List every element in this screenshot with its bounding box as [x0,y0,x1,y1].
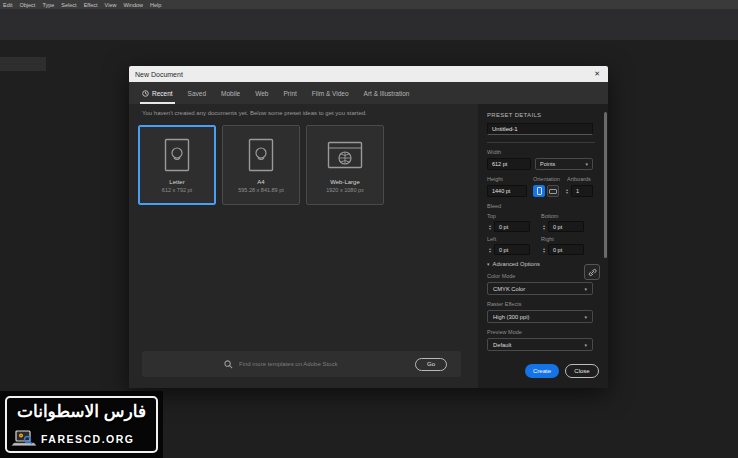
artboards-stepper[interactable]: ▴ ▾ [564,188,570,194]
raster-effects-label: Raster Effects [487,301,598,307]
orientation-label: Orientation [533,176,567,182]
menu-item-effect[interactable]: Effect [84,2,98,8]
bleed-right-input[interactable]: 0 pt [548,244,584,255]
tab-mobile[interactable]: Mobile [221,82,240,104]
step-down-icon: ▾ [564,191,570,194]
tab-print[interactable]: Print [283,82,296,104]
document-name-input[interactable]: Untitled-1 [487,123,593,135]
tab-mobile-label: Mobile [221,90,240,97]
tab-art-illustration-label: Art & Illustration [364,90,410,97]
bleed-bottom-label: Bottom [541,213,587,219]
watermark-frame: فارس الاسطوانات FARESCD.ORG [5,396,158,453]
preset-details-heading: PRESET DETAILS [487,112,598,118]
orientation-portrait-button[interactable] [533,185,545,197]
units-value: Points [540,161,555,167]
document-preset-icon [164,137,190,173]
watermark-site-text: FARESCD.ORG [41,433,135,445]
dialog-titlebar[interactable]: New Document ✕ [129,66,608,82]
preset-name: A4 [257,179,264,185]
chevron-down-icon: ▾ [584,314,587,320]
preset-dimensions: 612 x 792 pt [162,187,192,193]
menu-item-view[interactable]: View [105,2,117,8]
watermark-arabic-text: فارس الاسطوانات [7,398,156,427]
step-down-icon: ▾ [487,227,493,230]
bleed-top-label: Top [487,213,533,219]
details-scrollbar[interactable] [604,112,607,258]
empty-state-text: You haven't created any documents yet. B… [142,110,367,116]
preset-name: Letter [169,179,184,185]
laptop-search-icon [11,430,37,448]
units-dropdown[interactable]: Points ▾ [535,158,593,170]
color-mode-dropdown[interactable]: CMYK Color ▾ [487,282,593,295]
raster-effects-dropdown[interactable]: High (300 ppi) ▾ [487,310,593,323]
orientation-landscape-button[interactable] [547,185,559,197]
menu-item-help[interactable]: Help [150,2,161,8]
landscape-icon [549,189,557,194]
bleed-right-stepper[interactable]: ▴ ▾ [541,247,547,253]
menu-item-object[interactable]: Object [19,2,35,8]
tab-saved[interactable]: Saved [188,82,206,104]
tab-film-video-label: Film & Video [312,90,349,97]
tab-film-video[interactable]: Film & Video [312,82,349,104]
document-preset-icon [248,137,274,173]
height-input[interactable]: 1440 pt [487,185,527,197]
menu-item-window[interactable]: Window [123,2,143,8]
link-icon [588,268,597,277]
bleed-left-stepper[interactable]: ▴ ▾ [487,247,493,253]
preset-card-web-large[interactable]: Web-Large 1920 x 1080 px [306,125,384,205]
preset-details-panel: PRESET DETAILS Untitled-1 Width 612 pt P… [478,104,608,388]
bleed-link-button[interactable] [584,264,600,280]
menu-item-select[interactable]: Select [61,2,76,8]
left-panel-stub [0,57,46,71]
artboards-input[interactable]: 1 [571,185,593,197]
tab-saved-label: Saved [188,90,206,97]
menu-item-edit[interactable]: Edit [3,2,12,8]
bleed-top-stepper[interactable]: ▴ ▾ [487,224,493,230]
preset-category-tabs: Recent Saved Mobile Web Print Film & Vid… [129,82,608,104]
preset-dimensions: 1920 x 1080 px [326,187,364,193]
width-input[interactable]: 612 pt [487,158,531,170]
chevron-down-icon: ▾ [584,342,587,348]
bleed-left-input[interactable]: 0 pt [494,244,530,255]
preset-name: Web-Large [330,179,360,185]
tab-art-illustration[interactable]: Art & Illustration [364,82,410,104]
menu-bar: Edit Object Type Select Effect View Wind… [0,0,738,9]
close-icon[interactable]: ✕ [592,70,602,78]
browser-globe-icon [327,137,363,173]
dialog-title: New Document [135,71,592,78]
preview-mode-label: Preview Mode [487,329,598,335]
preset-cards: Letter 612 x 792 pt A4 595.28 x 841.89 p… [138,125,384,205]
advanced-options-toggle[interactable]: ▾ Advanced Options [487,261,598,267]
color-mode-label: Color Mode [487,273,598,279]
height-label: Height [487,176,533,182]
color-mode-value: CMYK Color [493,286,525,292]
raster-effects-value: High (300 ppi) [493,314,529,320]
bleed-bottom-stepper[interactable]: ▴ ▾ [541,224,547,230]
bleed-bottom-input[interactable]: 0 pt [548,221,584,232]
close-button[interactable]: Close [565,364,599,378]
chevron-down-icon: ▾ [487,261,490,267]
create-button[interactable]: Create [525,364,559,378]
go-button[interactable]: Go [415,358,447,371]
bleed-right-label: Right [541,236,587,242]
tab-web[interactable]: Web [255,82,268,104]
control-bar [0,9,738,40]
tab-recent-label: Recent [152,90,173,97]
divider [487,142,595,143]
tab-print-label: Print [283,90,296,97]
watermark: فارس الاسطوانات FARESCD.ORG [0,391,163,458]
orientation-toggle [533,185,559,197]
search-input[interactable]: Find more templates on Adobe Stock [239,361,415,367]
preset-card-letter[interactable]: Letter 612 x 792 pt [138,125,216,205]
menu-item-type[interactable]: Type [42,2,54,8]
step-down-icon: ▾ [541,250,547,253]
tab-web-label: Web [255,90,268,97]
tab-recent[interactable]: Recent [142,82,173,104]
preview-mode-value: Default [493,342,511,348]
step-down-icon: ▾ [487,250,493,253]
chevron-down-icon: ▾ [584,286,587,292]
bleed-top-input[interactable]: 0 pt [494,221,530,232]
preset-card-a4[interactable]: A4 595.28 x 841.89 pt [222,125,300,205]
preset-dimensions: 595.28 x 841.89 pt [238,187,284,193]
preview-mode-dropdown[interactable]: Default ▾ [487,338,593,351]
